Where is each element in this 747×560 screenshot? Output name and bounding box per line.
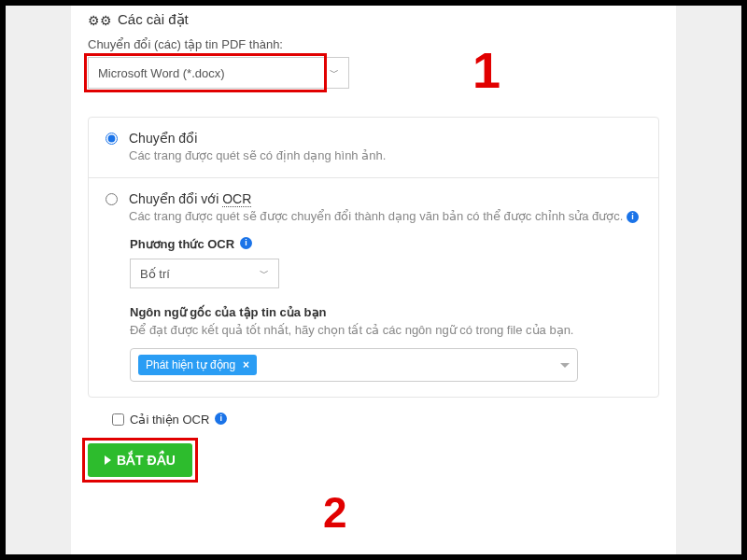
chevron-down-icon: ﹀ xyxy=(260,267,269,280)
ocr-method-value: Bố trí xyxy=(140,267,170,281)
chevron-down-icon[interactable] xyxy=(560,363,570,368)
source-language-label: Ngôn ngữ gốc của tập tin của bạn xyxy=(130,305,641,319)
chip-remove-icon[interactable]: × xyxy=(243,358,249,371)
source-language-help: Để đạt được kết quả tốt nhất, hãy chọn t… xyxy=(130,323,641,337)
source-language-select[interactable]: Phát hiện tự động × xyxy=(130,348,578,382)
language-chip[interactable]: Phát hiện tự động × xyxy=(138,355,257,375)
option-ocr-desc-text: Các trang được quét sẽ được chuyển đổi t… xyxy=(129,209,623,223)
convert-label: Chuyển đổi (các) tập tin PDF thành: xyxy=(88,37,659,51)
radio-basic-convert[interactable] xyxy=(106,133,118,145)
info-icon[interactable]: i xyxy=(627,211,639,223)
option-ocr-title-prefix: Chuyển đổi với xyxy=(129,191,222,206)
info-icon[interactable]: i xyxy=(240,237,252,249)
improve-ocr-row[interactable]: Cải thiện OCR i xyxy=(112,413,659,427)
option-basic-convert[interactable]: Chuyển đổi Các trang được quét sẽ có địn… xyxy=(89,118,658,177)
conversion-options: Chuyển đổi Các trang được quét sẽ có địn… xyxy=(88,117,659,398)
settings-header: ⚙⚙ Các cài đặt xyxy=(88,6,659,37)
settings-title: Các cài đặt xyxy=(118,11,189,28)
output-format-value: Microsoft Word (*.docx) xyxy=(98,66,225,80)
chevron-down-icon: ﹀ xyxy=(330,66,339,79)
gears-icon: ⚙⚙ xyxy=(88,13,112,28)
option-basic-title: Chuyển đổi xyxy=(129,131,386,146)
improve-ocr-checkbox[interactable] xyxy=(112,413,124,426)
annotation-marker-2: 2 xyxy=(323,487,347,538)
option-basic-desc: Các trang được quét sẽ có định dạng hình… xyxy=(129,148,386,162)
improve-ocr-label: Cải thiện OCR xyxy=(130,413,209,427)
output-format-select[interactable]: Microsoft Word (*.docx) ﹀ xyxy=(88,57,349,89)
chevron-right-icon xyxy=(105,455,111,465)
option-ocr-title: Chuyển đổi với OCR xyxy=(129,191,639,206)
ocr-method-label: Phương thức OCR i xyxy=(130,237,641,251)
option-ocr-desc: Các trang được quét sẽ được chuyển đổi t… xyxy=(129,209,639,224)
start-button[interactable]: BẮT ĐẦU xyxy=(88,443,192,477)
option-ocr-convert[interactable]: Chuyển đổi với OCR Các trang được quét s… xyxy=(89,177,658,397)
option-ocr-title-underline: OCR xyxy=(222,191,251,207)
language-chip-label: Phát hiện tự động xyxy=(146,358,235,371)
ocr-method-select[interactable]: Bố trí ﹀ xyxy=(130,259,279,288)
info-icon[interactable]: i xyxy=(215,413,227,425)
start-button-label: BẮT ĐẦU xyxy=(117,453,176,468)
radio-ocr-convert[interactable] xyxy=(106,193,118,205)
ocr-method-label-text: Phương thức OCR xyxy=(130,237,234,251)
